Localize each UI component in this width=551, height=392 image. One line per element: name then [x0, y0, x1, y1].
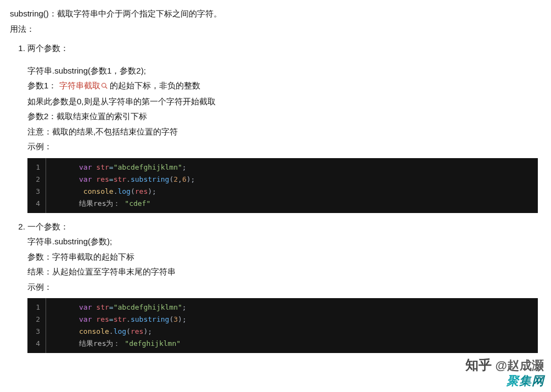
site-watermark: 聚 集 网	[507, 371, 544, 391]
item-title: 两个参数：	[27, 43, 69, 53]
line-number: 3	[35, 326, 40, 338]
site-char: 聚	[507, 371, 519, 391]
code-line: var res=str.substring(2,6);	[52, 173, 532, 186]
text-after: 的起始下标，非负的整数	[110, 81, 200, 90]
keyword-link[interactable]: 字符串截取	[59, 81, 110, 90]
text-line: 结果：从起始位置至字符串末尾的字符串	[27, 265, 541, 279]
intro-block: substring()：截取字符串中介于两个指定下标之间的字符。 用法：	[10, 7, 541, 36]
item-body: 字符串.substring(参数1，参数2); 参数1： 字符串截取 的起始下标…	[27, 64, 541, 213]
text-line: 参数：字符串截取的起始下标	[27, 250, 541, 264]
code-lines: var str="abcdefghijklmn"; var res=str.su…	[46, 298, 538, 353]
item-title: 一个参数：	[27, 222, 69, 231]
text-line: 字符串.substring(参数1，参数2);	[27, 64, 541, 78]
line-number: 2	[35, 173, 40, 186]
article-content: substring()：截取字符串中介于两个指定下标之间的字符。 用法： 两个参…	[0, 0, 551, 365]
site-char: 网	[532, 371, 544, 391]
search-icon	[101, 79, 108, 93]
code-line: var res=str.substring(3);	[52, 313, 532, 326]
text-line: 字符串.substring(参数);	[27, 234, 541, 249]
line-number: 1	[35, 161, 40, 173]
code-line: console.log(res);	[52, 186, 532, 198]
link-text: 字符串截取	[59, 81, 100, 90]
line-number: 1	[35, 301, 40, 313]
list-item: 两个参数： 字符串.substring(参数1，参数2); 参数1： 字符串截取…	[27, 41, 541, 213]
label-text: 参数1：	[27, 81, 57, 90]
code-line: console.log(res);	[52, 326, 532, 338]
line-number: 3	[35, 186, 40, 198]
line-number: 4	[35, 198, 40, 210]
line-gutter: 1 2 3 4	[27, 298, 46, 353]
item-body: 字符串.substring(参数); 参数：字符串截取的起始下标 结果：从起始位…	[27, 234, 541, 353]
svg-point-0	[102, 83, 106, 88]
code-line: var str="abcdefghijklmn";	[52, 161, 532, 173]
line-number: 2	[35, 313, 40, 326]
text-line: 注意：截取的结果,不包括结束位置的字符	[27, 125, 541, 139]
code-line: var str="abcdefghijklmn";	[52, 301, 532, 313]
list-item: 一个参数： 字符串.substring(参数); 参数：字符串截取的起始下标 结…	[27, 220, 541, 354]
code-block: 1 2 3 4 var str="abcdefghijklmn"; var re…	[27, 298, 538, 353]
site-char: 集	[519, 371, 532, 391]
code-block: 1 2 3 4 var str="abcdefghijklmn"; var re…	[27, 158, 538, 213]
usage-list: 两个参数： 字符串.substring(参数1，参数2); 参数1： 字符串截取…	[10, 41, 541, 353]
line-gutter: 1 2 3 4	[27, 158, 46, 213]
code-line: 结果res为： "cdef"	[52, 198, 532, 210]
text-line: 参数2：截取结束位置的索引下标	[27, 109, 541, 124]
code-line: 结果res为： "defghijklmn"	[52, 338, 532, 350]
code-lines: var str="abcdefghijklmn"; var res=str.su…	[46, 158, 538, 213]
text-line: 如果此参数是0,则是从字符串的第一个字符开始截取	[27, 94, 541, 109]
text-line: 参数1： 字符串截取 的起始下标，非负的整数	[27, 79, 541, 93]
intro-line-2: 用法：	[10, 22, 541, 36]
text-line: 示例：	[27, 139, 541, 154]
line-number: 4	[35, 338, 40, 350]
svg-line-1	[105, 87, 107, 89]
text-line: 示例：	[27, 280, 541, 294]
intro-line-1: substring()：截取字符串中介于两个指定下标之间的字符。	[10, 7, 541, 21]
